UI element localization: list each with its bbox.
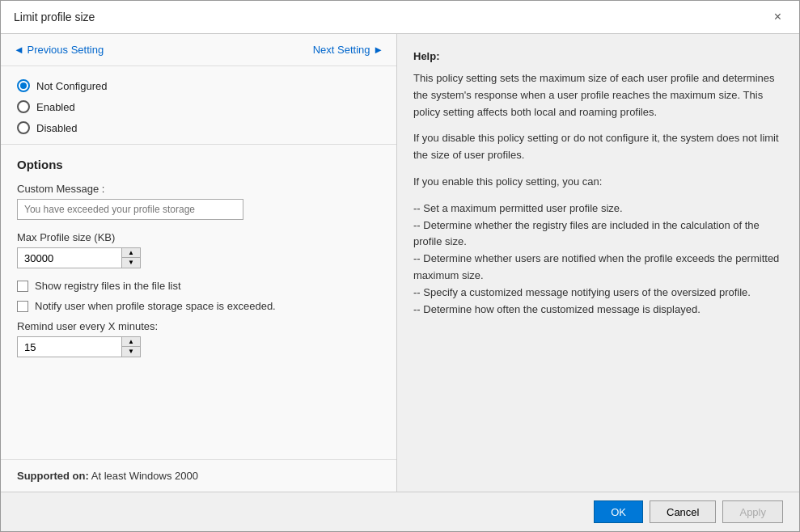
help-para-1: This policy setting sets the maximum siz…: [413, 70, 783, 120]
limit-profile-size-dialog: Limit profile size × ◄ Previous Setting …: [0, 0, 800, 532]
show-registry-checkbox[interactable]: Show registry files in the file list: [17, 280, 380, 292]
help-para-4: -- Set a maximum permitted user profile …: [413, 201, 783, 319]
notify-user-label: Notify user when profile storage space i…: [35, 300, 276, 312]
custom-message-label: Custom Message :: [17, 183, 380, 195]
notify-user-checkbox[interactable]: Notify user when profile storage space i…: [17, 300, 380, 312]
radio-circle-enabled: [17, 100, 30, 113]
max-profile-up-btn[interactable]: ▲: [122, 248, 140, 258]
remind-up-btn[interactable]: ▲: [122, 337, 140, 347]
remind-spinner-btns: ▲ ▼: [122, 336, 141, 357]
apply-button[interactable]: Apply: [722, 500, 783, 523]
max-profile-spinner-btns: ▲ ▼: [122, 247, 141, 268]
close-button[interactable]: ×: [769, 9, 786, 25]
help-para-3: If you enable this policy setting, you c…: [413, 174, 783, 191]
nav-bar: ◄ Previous Setting Next Setting ►: [1, 34, 396, 66]
remind-down-btn[interactable]: ▼: [122, 347, 140, 357]
ok-button[interactable]: OK: [594, 500, 643, 523]
custom-message-input[interactable]: [17, 199, 243, 220]
radio-group: Not Configured Enabled Disabled: [1, 66, 396, 145]
radio-label-disabled: Disabled: [36, 122, 78, 134]
radio-label-enabled: Enabled: [36, 101, 75, 113]
radio-label-not-configured: Not Configured: [36, 80, 107, 92]
help-para-2: If you disable this policy setting or do…: [413, 130, 783, 164]
supported-on: Supported on: At least Windows 2000: [1, 459, 396, 492]
show-registry-checkbox-box: [17, 281, 28, 292]
help-title: Help:: [413, 50, 783, 62]
dialog-body: ◄ Previous Setting Next Setting ► Not Co…: [1, 34, 799, 492]
options-section: Options Custom Message : Max Profile siz…: [1, 145, 396, 382]
supported-on-label: Supported on:: [17, 470, 89, 482]
max-profile-spinner: ▲ ▼: [17, 247, 380, 268]
title-bar: Limit profile size ×: [1, 1, 799, 34]
radio-circle-not-configured: [17, 79, 30, 92]
show-registry-label: Show registry files in the file list: [35, 280, 181, 292]
radio-not-configured[interactable]: Not Configured: [17, 79, 380, 92]
max-profile-field: Max Profile size (KB) ▲ ▼: [17, 231, 380, 268]
radio-enabled[interactable]: Enabled: [17, 100, 380, 113]
dialog-title: Limit profile size: [14, 11, 95, 23]
remind-input[interactable]: [17, 336, 122, 357]
prev-setting-link[interactable]: ◄ Previous Setting: [14, 44, 104, 56]
remind-spinner: ▲ ▼: [17, 336, 380, 357]
help-text: This policy setting sets the maximum siz…: [413, 70, 783, 318]
notify-user-checkbox-box: [17, 301, 28, 312]
cancel-button[interactable]: Cancel: [650, 500, 716, 523]
left-panel: ◄ Previous Setting Next Setting ► Not Co…: [1, 34, 397, 492]
remind-label: Remind user every X minutes:: [17, 320, 380, 332]
max-profile-down-btn[interactable]: ▼: [122, 258, 140, 268]
dialog-footer: OK Cancel Apply: [1, 492, 799, 531]
radio-disabled[interactable]: Disabled: [17, 121, 380, 134]
options-title: Options: [17, 158, 380, 171]
max-profile-label: Max Profile size (KB): [17, 231, 380, 243]
next-setting-link[interactable]: Next Setting ►: [313, 44, 383, 56]
max-profile-input[interactable]: [17, 247, 122, 268]
remind-field: Remind user every X minutes: ▲ ▼: [17, 320, 380, 357]
supported-on-value: At least Windows 2000: [91, 470, 198, 482]
right-panel: Help: This policy setting sets the maxim…: [397, 34, 799, 492]
radio-circle-disabled: [17, 121, 30, 134]
custom-message-field: Custom Message :: [17, 183, 380, 220]
